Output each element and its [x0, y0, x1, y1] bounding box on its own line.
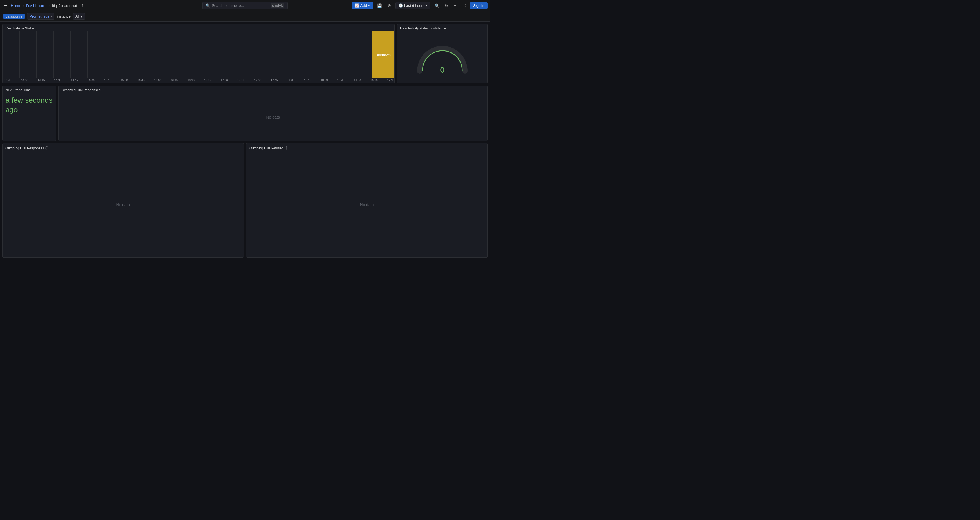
grid-line — [207, 32, 224, 78]
instance-value: All — [75, 14, 80, 18]
x-label: 19:15 — [371, 79, 378, 82]
datasource-dropdown[interactable]: Prometheus ▾ — [27, 13, 54, 19]
x-label: 17:30 — [254, 79, 261, 82]
x-label: 18:45 — [337, 79, 344, 82]
reachability-status-content: Unknown — [3, 32, 395, 78]
zoom-out-icon[interactable]: 🔍 — [433, 2, 441, 9]
settings-icon[interactable]: ⚙ — [386, 2, 393, 9]
refused-info-icon[interactable]: ⓘ — [285, 146, 288, 151]
x-label: 14:30 — [54, 79, 61, 82]
time-range-button[interactable]: 🕐 Last 6 hours ▾ — [395, 2, 431, 9]
chart-grid — [3, 32, 395, 78]
x-label: 18:15 — [304, 79, 311, 82]
outgoing-refused-panel: Outgoing Dial Refused ⓘ No data — [246, 143, 488, 258]
x-label: 19:3 — [387, 79, 393, 82]
x-label: 19:00 — [354, 79, 361, 82]
grid-line — [292, 32, 309, 78]
add-icon: 📈 — [355, 3, 359, 8]
search-placeholder: Search or jump to... — [212, 3, 244, 8]
add-button[interactable]: 📈 Add ▾ — [352, 2, 373, 9]
dashboard: Reachability Status — [0, 22, 490, 260]
save-icon[interactable]: 💾 — [375, 2, 383, 9]
topbar-center: 🔍 Search or jump to... cmd+k — [202, 2, 288, 10]
expand-icon[interactable]: ⛶ — [460, 2, 467, 9]
row2: Next Probe Time a few seconds ago Receiv… — [2, 86, 488, 141]
outgoing-refused-title-row: Outgoing Dial Refused ⓘ — [247, 143, 487, 152]
x-label: 15:45 — [138, 79, 145, 82]
breadcrumb-sep2: › — [49, 3, 51, 8]
received-dial-no-data: No data — [266, 115, 280, 119]
grid-line — [105, 32, 122, 78]
refresh-caret[interactable]: ▾ — [452, 2, 458, 9]
grid-line — [122, 32, 139, 78]
reachability-chart: Unknown — [3, 32, 395, 78]
next-probe-panel: Next Probe Time a few seconds ago — [2, 86, 56, 141]
search-bar[interactable]: 🔍 Search or jump to... cmd+k — [202, 2, 288, 10]
x-label: 14:45 — [71, 79, 78, 82]
chart-x-axis: 13:45 14:00 14:15 14:30 14:45 15:00 15:1… — [3, 78, 395, 83]
grid-line — [344, 32, 360, 78]
x-label: 17:45 — [271, 79, 278, 82]
share-icon[interactable]: ⤴ — [80, 2, 85, 9]
refresh-icon[interactable]: ↻ — [443, 2, 450, 9]
grid-line — [258, 32, 275, 78]
reachability-status-panel: Reachability Status — [2, 24, 395, 83]
search-kbd: cmd+k — [270, 3, 285, 8]
topbar-right: 📈 Add ▾ 💾 ⚙ 🕐 Last 6 hours ▾ 🔍 ↻ ▾ ⛶ Sig… — [352, 2, 488, 9]
grid-line — [309, 32, 326, 78]
grid-line — [37, 32, 54, 78]
next-probe-content: a few seconds ago — [3, 93, 56, 141]
reachability-status-title: Reachability Status — [3, 24, 395, 32]
x-label: 18:00 — [287, 79, 294, 82]
info-icon[interactable]: ⓘ — [45, 146, 48, 151]
x-label: 16:30 — [188, 79, 194, 82]
grid-line — [190, 32, 207, 78]
x-label: 14:15 — [37, 79, 45, 82]
menu-icon[interactable]: ☰ — [2, 2, 8, 10]
clock-icon: 🕐 — [398, 3, 403, 8]
breadcrumb-dashboards[interactable]: Dashboards — [26, 3, 48, 8]
instance-dropdown[interactable]: All ▾ — [73, 13, 85, 19]
row1: Reachability Status — [2, 24, 488, 83]
outgoing-dial-panel: Outgoing Dial Responses ⓘ No data — [2, 143, 244, 258]
signin-button[interactable]: Sign in — [469, 2, 488, 9]
outgoing-refused-title: Outgoing Dial Refused — [249, 146, 283, 150]
grid-line — [54, 32, 71, 78]
x-label: 14:00 — [21, 79, 28, 82]
outgoing-refused-content: No data — [247, 152, 487, 258]
topbar: ☰ Home › Dashboards › libp2p autonat ⤴ 🔍… — [0, 0, 490, 11]
datasource-caret: ▾ — [51, 15, 52, 18]
datasource-label: datasource — [3, 14, 25, 19]
x-label: 13:45 — [4, 79, 11, 82]
next-probe-value: a few seconds ago — [3, 93, 56, 117]
gauge-value: 0 — [440, 65, 445, 75]
outgoing-refused-no-data: No data — [360, 202, 374, 207]
received-dial-panel: Received Dial Responses ⋮ No data — [59, 86, 488, 141]
gauge-container: 0 — [397, 32, 487, 83]
instance-caret: ▾ — [81, 14, 83, 18]
filterbar: datasource Prometheus ▾ instance All ▾ — [0, 11, 490, 22]
grid-line — [173, 32, 190, 78]
row3: Outgoing Dial Responses ⓘ No data Outgoi… — [2, 143, 488, 258]
gauge-content: 0 — [397, 32, 487, 83]
grid-line — [3, 32, 19, 78]
gauge-panel: Reachability status confidence 0 — [397, 24, 488, 83]
x-label: 16:00 — [154, 79, 161, 82]
topbar-left: ☰ Home › Dashboards › libp2p autonat ⤴ — [2, 2, 352, 10]
add-label: Add — [360, 3, 367, 8]
x-label: 16:15 — [171, 79, 178, 82]
grid-line — [139, 32, 156, 78]
x-label: 18:30 — [321, 79, 328, 82]
grid-line — [241, 32, 258, 78]
datasource-value: Prometheus — [30, 14, 49, 18]
received-dial-content: No data — [59, 93, 487, 141]
breadcrumb-home[interactable]: Home — [11, 3, 21, 8]
instance-label: instance — [57, 14, 70, 18]
grid-line — [326, 32, 344, 78]
x-label: 17:00 — [221, 79, 228, 82]
grid-line — [71, 32, 88, 78]
panel-menu-icon[interactable]: ⋮ — [480, 87, 485, 93]
add-caret: ▾ — [368, 3, 370, 8]
outgoing-dial-title-row: Outgoing Dial Responses ⓘ — [3, 143, 243, 152]
x-label: 16:45 — [204, 79, 211, 82]
